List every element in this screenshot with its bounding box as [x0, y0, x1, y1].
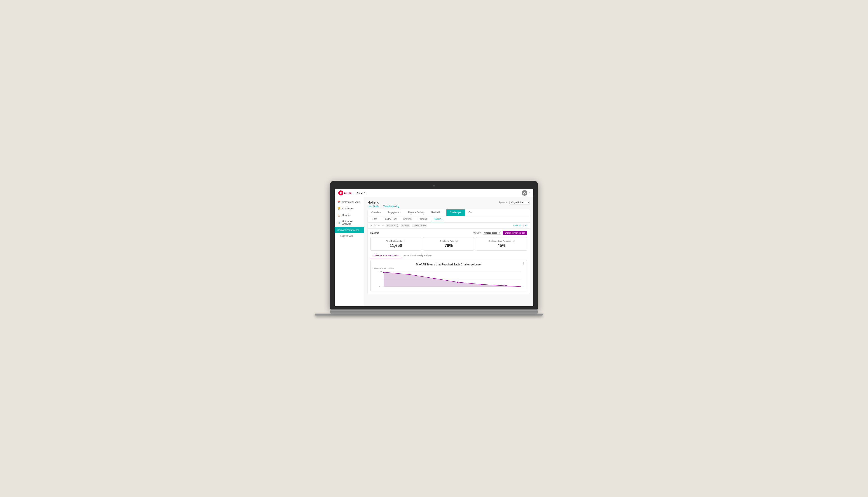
logo: pulse [338, 190, 352, 195]
filter-icon-1[interactable]: ⊞ [370, 224, 373, 227]
chart-subtitle: Team Count: 19/23 teams [373, 268, 524, 270]
secondary-tab-holistic[interactable]: Holistic [431, 216, 444, 222]
tab-physical-activity[interactable]: Physical Activity [404, 210, 428, 216]
svg-text:5: 5 [379, 286, 380, 288]
sidebar-item-challenges[interactable]: 🏆 Challenges [335, 205, 364, 212]
user-menu-chevron[interactable]: ▾ [529, 192, 530, 194]
view-by-select[interactable]: Choose option [483, 231, 501, 235]
filter-icon-4[interactable]: → [381, 224, 384, 227]
chart-area: 100 5 [373, 270, 524, 288]
secondary-tabs: Step Healthy Habit Spotlight Personal Ho… [367, 216, 530, 223]
sponsor-section: Sponsor: Virgin Pulse [498, 201, 530, 204]
filter-sponsor-tag: Sponsor [401, 224, 410, 227]
metric-value-0: 11,650 [373, 243, 418, 248]
logo-text: pulse [344, 191, 352, 194]
metric-info-1[interactable]: i [455, 240, 458, 242]
chart-menu-icon[interactable]: ⋮ [522, 262, 525, 265]
svg-point-9 [433, 278, 434, 279]
metric-label-0: Total Participants [386, 240, 402, 242]
page-header-left: Holistic User Guide | Troubleshooting [367, 201, 400, 208]
troubleshooting-link[interactable]: Troubleshooting [383, 205, 399, 208]
sponsor-select-wrapper: Virgin Pulse [509, 201, 530, 204]
metric-card-total-participants: Total Participants i 11,650 [370, 237, 421, 251]
sidebar-item-label-analytics: Enhanced Analytics [342, 220, 361, 225]
sidebar-item-label-sponsor: Sponsor Performance [337, 229, 359, 231]
logo-circle-inner [340, 192, 342, 194]
sponsor-select[interactable]: Virgin Pulse [509, 201, 530, 204]
filter-icon-2[interactable]: ↺ [374, 224, 377, 227]
sidebar-item-gaps-in-care[interactable]: Gaps in Care [335, 233, 364, 238]
page-title: Holistic [367, 201, 400, 204]
chart-tab-personal-goal[interactable]: Personal Goal Activity Tracking [401, 253, 434, 258]
sidebar-item-label-challenges: Challenges [342, 208, 353, 210]
metric-label-2: Challenge Goal Reached [488, 240, 511, 242]
laptop-screen: pulse ADMIN ▾ [335, 189, 533, 306]
metric-card-enrollment-rate: Enrollment Rate i 76% [423, 237, 474, 251]
content-area: Holistic User Guide | Troubleshooting Sp… [364, 197, 533, 306]
app-container: pulse ADMIN ▾ [335, 189, 533, 306]
secondary-tab-personal[interactable]: Personal [416, 216, 431, 222]
tab-health-risk[interactable]: Health Risk [428, 210, 446, 216]
settings-icon[interactable]: ⚙ [525, 224, 527, 227]
chart-tab-team-participation[interactable]: Challenge Team Participation [370, 253, 401, 258]
secondary-tab-healthy-habit[interactable]: Healthy Habit [380, 216, 400, 222]
metrics-row: Total Participants i 11,650 Enrollment R… [370, 237, 527, 251]
chart-title: % of All Teams that Reached Each Challen… [373, 263, 524, 266]
laptop-base [330, 310, 538, 314]
section-title: Holistic [370, 231, 379, 234]
section-controls: View by: Choose option Challenge Compari… [474, 231, 527, 235]
metric-info-0[interactable]: i [403, 240, 405, 242]
section-header: Holistic View by: Choose option [370, 231, 527, 235]
filter-count: FILTERS (2) [386, 224, 399, 227]
sidebar-item-enhanced-analytics[interactable]: 📊 Enhanced Analytics [335, 218, 364, 227]
view-by-label: View by: [474, 232, 481, 234]
calendar-icon: 📅 [337, 201, 341, 203]
avatar[interactable] [522, 190, 527, 196]
svg-point-11 [481, 284, 483, 285]
challenge-comparison-button[interactable]: Challenge Comparison [503, 231, 527, 235]
svg-point-8 [409, 274, 410, 275]
metric-value-1: 76% [426, 243, 471, 248]
challenges-icon: 🏆 [337, 207, 341, 210]
sidebar-item-sponsor-performance[interactable]: Sponsor Performance [335, 227, 364, 233]
metric-value-2: 45% [479, 243, 524, 248]
filter-tags: FILTERS (2) Sponsor Gender: F, M/I [386, 224, 427, 227]
primary-tabs: Overview Engagement Physical Activity He… [367, 210, 530, 216]
clear-all-link[interactable]: clear all [513, 224, 520, 227]
svg-point-7 [383, 272, 385, 273]
svg-text:100: 100 [379, 271, 381, 273]
filter-right: clear all ⬚ ⚙ [513, 224, 527, 227]
filter-icon-3[interactable]: ← [378, 224, 380, 227]
filter-left: ⊞ ↺ ← → FILTERS (2) Sponsor Gender: F, M… [370, 224, 427, 227]
metric-card-challenge-goal: Challenge Goal Reached i 45% [476, 237, 527, 251]
tab-engagement[interactable]: Engagement [384, 210, 404, 216]
view-by-wrapper: Choose option [483, 231, 501, 235]
secondary-tab-spotlight[interactable]: Spotlight [400, 216, 416, 222]
tab-challenges[interactable]: Challenges [446, 210, 465, 216]
metric-info-2[interactable]: i [512, 240, 515, 242]
chart-tabs: Challenge Team Participation Personal Go… [370, 253, 527, 258]
svg-point-12 [505, 285, 507, 286]
sidebar-item-label-gaps: Gaps in Care [340, 235, 353, 237]
chart-container: ⋮ % of All Teams that Reached Each Chall… [370, 260, 527, 292]
tab-cost[interactable]: Cost [465, 210, 477, 216]
sidebar-item-label-surveys: Surveys [342, 214, 350, 216]
metric-header-0: Total Participants i [373, 240, 418, 242]
secondary-tab-step[interactable]: Step [370, 216, 380, 222]
tab-overview[interactable]: Overview [367, 210, 384, 216]
laptop-wrapper: pulse ADMIN ▾ [330, 181, 538, 316]
filter-bar: ⊞ ↺ ← → FILTERS (2) Sponsor Gender: F, M… [367, 223, 530, 229]
export-icon[interactable]: ⬚ [522, 224, 524, 227]
metric-header-1: Enrollment Rate i [426, 240, 471, 242]
laptop-bottom [315, 314, 543, 316]
main-layout: 📅 Calendar / Events 🏆 Challenges 📋 Surve… [335, 197, 533, 306]
sidebar-item-surveys[interactable]: 📋 Surveys [335, 212, 364, 218]
sidebar-item-calendar[interactable]: 📅 Calendar / Events [335, 199, 364, 205]
top-bar-right: ▾ [522, 190, 530, 196]
tabs-container: Overview Engagement Physical Activity He… [367, 210, 530, 294]
metric-header-2: Challenge Goal Reached i [479, 240, 524, 242]
page-header: Holistic User Guide | Troubleshooting Sp… [367, 201, 530, 208]
svg-point-10 [457, 282, 459, 283]
user-guide-link[interactable]: User Guide [367, 205, 379, 208]
sidebar-item-label-calendar: Calendar / Events [342, 201, 360, 203]
